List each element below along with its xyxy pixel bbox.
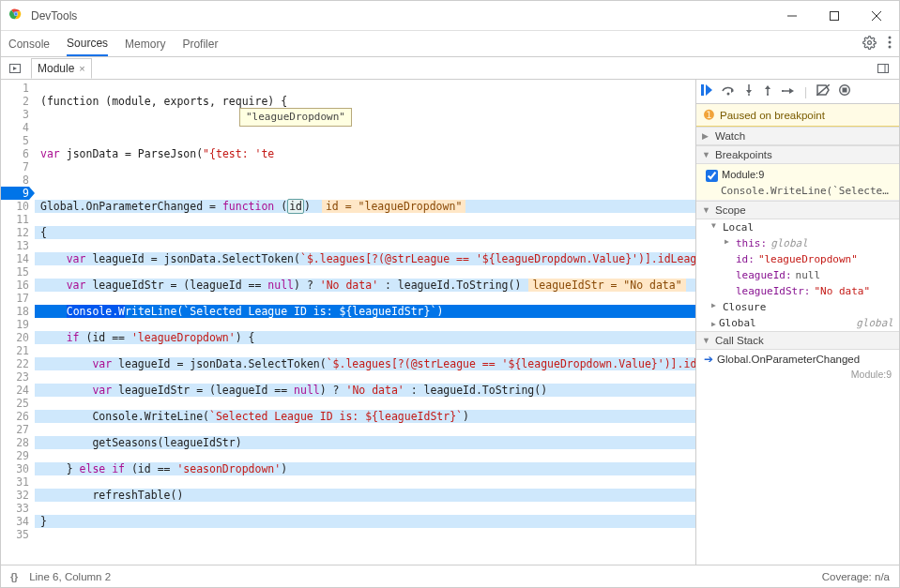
breakpoint-checkbox[interactable] [706, 170, 718, 182]
debugger-sidebar: | ➊ Paused on breakpoint ▶Watch ▼Breakpo… [696, 80, 899, 565]
tab-profiler[interactable]: Profiler [182, 31, 218, 56]
window-maximize-button[interactable] [813, 2, 855, 30]
resume-button[interactable] [701, 84, 712, 98]
svg-point-27 [782, 90, 784, 92]
svg-rect-4 [830, 11, 838, 20]
file-tab-row: Module × [1, 57, 899, 80]
svg-point-2 [14, 12, 17, 15]
main-tabbar: Console Sources Memory Profiler [1, 31, 899, 57]
scope-var-this[interactable]: ▶this: global [709, 235, 899, 251]
inline-value-leagueidstr: leagueIdStr = "No data" [528, 279, 685, 292]
paused-banner: ➊ Paused on breakpoint [696, 104, 899, 127]
settings-gear-icon[interactable] [862, 36, 877, 53]
svg-point-8 [889, 37, 892, 39]
callstack-frame[interactable]: ➔Global.OnParameterChanged [696, 350, 899, 369]
window-close-button[interactable] [855, 2, 897, 30]
svg-rect-15 [701, 84, 704, 96]
scope-var-leagueidstr[interactable]: leagueIdStr: "No data" [709, 283, 899, 299]
step-out-button[interactable] [763, 84, 772, 98]
svg-marker-26 [789, 88, 794, 94]
inline-value-id: id = "leagueDropdown" [322, 200, 465, 213]
file-tab-module[interactable]: Module × [31, 58, 92, 79]
code-editor[interactable]: "leagueDropdown" 12345678910111213141516… [1, 80, 695, 565]
warning-icon: ➊ [704, 108, 714, 122]
tab-console[interactable]: Console [8, 31, 50, 56]
current-frame-arrow-icon: ➔ [704, 354, 713, 365]
svg-line-29 [816, 84, 830, 96]
debug-toolbar: | [696, 80, 899, 104]
paused-banner-text: Paused on breakpoint [720, 110, 825, 121]
svg-marker-16 [706, 84, 712, 96]
code-line: (function (module, exports, require) { [40, 95, 287, 108]
scope-panel-header[interactable]: ▼Scope [696, 201, 899, 219]
scope-local-header[interactable]: ▼Local [696, 219, 899, 235]
svg-marker-23 [765, 85, 770, 89]
statusbar: { } Line 6, Column 2 Coverage: n/a [1, 565, 899, 587]
callstack-panel-header[interactable]: ▼Call Stack [696, 331, 899, 350]
svg-point-24 [767, 94, 769, 96]
scope-var-leagueid[interactable]: leagueId: null [709, 267, 899, 283]
callstack-frame-name: Global.OnParameterChanged [717, 354, 860, 365]
window-title: DevTools [31, 9, 77, 23]
tab-memory[interactable]: Memory [125, 31, 165, 56]
svg-point-9 [889, 41, 892, 44]
svg-marker-12 [13, 67, 17, 70]
cursor-position: Line 6, Column 2 [29, 571, 111, 582]
svg-marker-20 [746, 90, 752, 94]
svg-point-10 [889, 46, 892, 49]
step-button[interactable] [782, 85, 795, 98]
breakpoint-title: Module:9 [722, 169, 764, 180]
file-tab-label: Module [38, 62, 74, 75]
param-id-highlight: id [287, 199, 304, 214]
scope-var-id[interactable]: id: "leagueDropdown" [709, 251, 899, 267]
coverage-status[interactable]: Coverage: n/a [822, 571, 890, 582]
breakpoints-panel-header[interactable]: ▼Breakpoints [696, 145, 899, 164]
scope-global-header[interactable]: ▶Globalglobal [696, 315, 899, 331]
watch-panel-header[interactable]: ▶Watch [696, 127, 899, 145]
kebab-menu-icon[interactable] [888, 36, 892, 52]
file-tab-close-icon[interactable]: × [79, 63, 84, 74]
show-debugger-button[interactable] [873, 59, 893, 78]
show-navigator-button[interactable] [5, 59, 25, 78]
breakpoint-item[interactable]: Module:9 Console.WriteLine(`Selecte… [696, 164, 899, 201]
svg-point-21 [748, 94, 750, 96]
pause-on-exceptions-button[interactable] [839, 84, 850, 98]
step-into-button[interactable] [744, 84, 754, 98]
svg-rect-13 [878, 64, 889, 72]
svg-point-7 [868, 40, 872, 44]
window-minimize-button[interactable] [770, 2, 813, 30]
deactivate-breakpoints-button[interactable] [816, 84, 830, 98]
svg-point-18 [727, 93, 730, 96]
scope-closure-header[interactable]: ▶Closure [696, 299, 899, 315]
callstack-frame-loc: Module:9 [851, 369, 892, 380]
hover-tooltip: "leagueDropdown" [239, 108, 352, 127]
window-titlebar: DevTools [1, 1, 899, 31]
breakpoint-preview: Console.WriteLine(`Selecte… [702, 185, 893, 197]
svg-rect-31 [843, 88, 847, 93]
line-number-gutter[interactable]: 1234567891011121314151617181920212223242… [1, 80, 35, 541]
chrome-logo-icon [8, 7, 23, 24]
tab-sources[interactable]: Sources [67, 31, 108, 56]
pretty-print-icon[interactable]: { } [10, 571, 16, 582]
step-over-button[interactable] [722, 84, 735, 98]
